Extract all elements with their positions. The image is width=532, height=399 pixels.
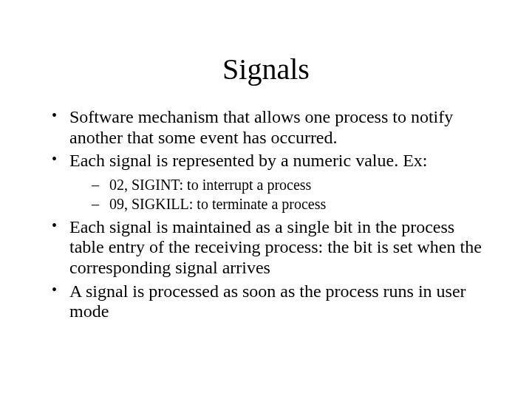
list-item: Software mechanism that allows one proce… [52, 107, 488, 148]
list-item: A signal is processed as soon as the pro… [52, 282, 488, 322]
sub-bullet-list: 02, SIGINT: to interrupt a process 09, S… [69, 176, 488, 213]
bullet-text: A signal is processed as soon as the pro… [69, 282, 466, 321]
bullet-text: Each signal is maintained as a single bi… [69, 217, 482, 277]
list-item: 09, SIGKILL: to terminate a process [92, 195, 488, 213]
list-item: Each signal is maintained as a single bi… [52, 217, 488, 279]
bullet-text: Software mechanism that allows one proce… [69, 107, 453, 147]
bullet-list: Software mechanism that allows one proce… [0, 107, 532, 322]
slide-title: Signals [0, 0, 532, 107]
slide: Signals Software mechanism that allows o… [0, 0, 532, 399]
bullet-text: Each signal is represented by a numeric … [69, 151, 428, 170]
bullet-text: 09, SIGKILL: to terminate a process [109, 196, 326, 212]
bullet-text: 02, SIGINT: to interrupt a process [109, 177, 311, 193]
list-item: Each signal is represented by a numeric … [52, 151, 488, 213]
list-item: 02, SIGINT: to interrupt a process [92, 176, 488, 194]
